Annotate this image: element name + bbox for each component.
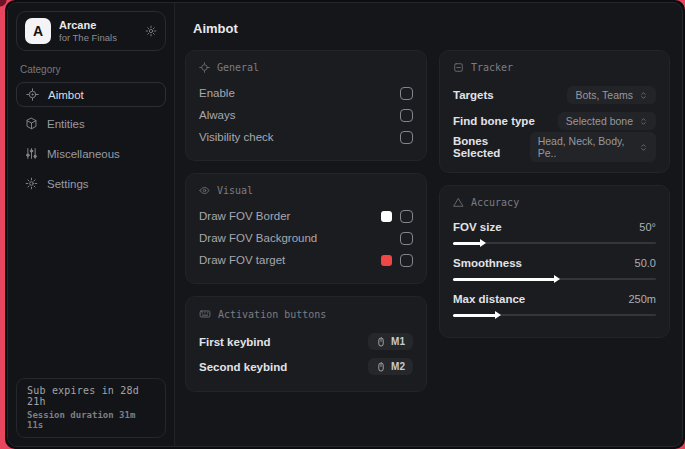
tracker-card: Tracker Targets Bots, Teams Find bone ty… [439,50,670,173]
sidebar-item-entities[interactable]: Entities [16,112,166,135]
sidebar-item-label: Aimbot [48,89,84,101]
card-title: General [217,62,259,73]
slider-thumb[interactable] [453,242,481,245]
setting-row-second-keybind: Second keybind M2 [199,354,413,379]
brand-subtitle: for The Finals [59,32,137,43]
gear-icon[interactable] [145,25,157,37]
page-title: Aimbot [193,21,670,36]
sidebar-item-miscellaneous[interactable]: Miscellaneous [16,142,166,165]
app-shell: A Arcane for The Finals Category Aimbot … [5,0,685,449]
crosshair-icon [199,62,210,73]
draw-fov-border-checkbox[interactable] [400,210,413,223]
second-keybind-button[interactable]: M2 [368,358,413,375]
setting-row-draw-fov-target: Draw FOV target [199,249,413,271]
crosshair-icon [26,88,39,101]
bones-selected-dropdown[interactable]: Head, Neck, Body, Pe.. [530,132,656,162]
card-title: Visual [217,185,253,196]
fov-size-slider[interactable] [453,237,656,249]
session-duration: Session duration 31m 11s [27,410,155,430]
setting-row-targets: Targets Bots, Teams [453,82,656,108]
general-card: General Enable Always Visibility check [185,50,427,161]
visual-card: Visual Draw FOV Border Draw FOV Backgrou… [185,173,427,284]
max-distance-slider[interactable] [453,309,656,321]
triangle-icon [453,197,464,208]
sidebar-item-aimbot[interactable]: Aimbot [16,82,166,107]
always-checkbox[interactable] [400,109,413,122]
targets-dropdown[interactable]: Bots, Teams [567,86,656,104]
brand-card: A Arcane for The Finals [16,11,166,51]
keyboard-icon [199,308,211,320]
setting-row-draw-fov-border: Draw FOV Border [199,205,413,227]
activation-buttons-card: Activation buttons First keybind M1 Seco… [185,296,427,392]
main-panel: Aimbot General Enable Always [175,3,682,446]
chevrons-up-down-icon [639,117,648,126]
eye-icon [199,185,210,196]
draw-fov-target-checkbox[interactable] [400,254,413,267]
chevrons-up-down-icon [639,143,648,152]
chevrons-up-down-icon [639,91,648,100]
visibility-check-checkbox[interactable] [400,131,413,144]
enable-checkbox[interactable] [400,87,413,100]
slider-thumb[interactable] [453,314,496,317]
sliders-icon [25,147,38,160]
setting-row-always: Always [199,104,413,126]
app-window: A Arcane for The Finals Category Aimbot … [7,2,683,447]
subscription-status-card: Sub expires in 28d 21h Session duration … [16,378,166,438]
first-keybind-button[interactable]: M1 [368,333,413,350]
card-title: Activation buttons [218,309,326,320]
setting-row-bones-selected: Bones Selected Head, Neck, Body, Pe.. [453,134,656,160]
sidebar-item-label: Settings [47,178,89,190]
brand-name: Arcane [59,19,137,31]
color-swatch[interactable] [381,211,392,222]
slider-thumb[interactable] [453,278,555,281]
category-label: Category [20,64,162,75]
setting-row-fov-size: FOV size 50° [453,217,656,249]
gear-icon [25,177,38,190]
mouse-icon [376,337,386,347]
smoothness-slider[interactable] [453,273,656,285]
card-title: Accuracy [471,197,519,208]
setting-row-max-distance: Max distance 250m [453,289,656,321]
setting-row-smoothness: Smoothness 50.0 [453,253,656,285]
draw-fov-background-checkbox[interactable] [400,232,413,245]
sidebar: A Arcane for The Finals Category Aimbot … [8,3,175,446]
card-title: Tracker [471,62,513,73]
smoothness-value: 50.0 [635,257,656,269]
brand-logo: A [25,18,51,44]
setting-row-visibility-check: Visibility check [199,126,413,148]
accuracy-card: Accuracy FOV size 50° [439,185,670,338]
mouse-icon [376,362,386,372]
sidebar-item-label: Miscellaneous [47,148,120,160]
sidebar-item-settings[interactable]: Settings [16,172,166,195]
max-distance-value: 250m [628,293,656,305]
setting-row-draw-fov-background: Draw FOV Background [199,227,413,249]
setting-row-find-bone-type: Find bone type Selected bone [453,108,656,134]
setting-row-enable: Enable [199,82,413,104]
fov-size-value: 50° [639,221,656,233]
color-swatch[interactable] [381,255,392,266]
subscription-expiry: Sub expires in 28d 21h [27,385,155,407]
box-minus-icon [453,62,464,73]
find-bone-type-dropdown[interactable]: Selected bone [558,112,656,130]
sidebar-item-label: Entities [47,118,85,130]
setting-row-first-keybind: First keybind M1 [199,329,413,354]
cube-icon [25,117,38,130]
